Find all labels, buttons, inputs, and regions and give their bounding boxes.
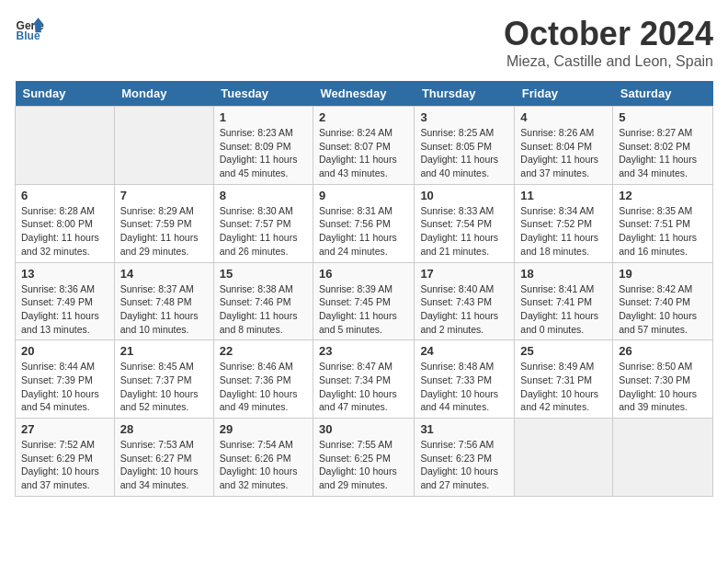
calendar-cell: 14Sunrise: 8:37 AM Sunset: 7:48 PM Dayli…: [114, 262, 213, 340]
day-number: 27: [21, 422, 108, 436]
day-number: 20: [21, 344, 108, 358]
day-info: Sunrise: 8:29 AM Sunset: 7:59 PM Dayligh…: [120, 204, 208, 259]
day-number: 12: [619, 189, 707, 202]
calendar-week-row: 13Sunrise: 8:36 AM Sunset: 7:49 PM Dayli…: [16, 262, 713, 340]
day-number: 17: [420, 267, 508, 281]
day-info: Sunrise: 8:24 AM Sunset: 8:07 PM Dayligh…: [319, 126, 408, 180]
day-info: Sunrise: 8:39 AM Sunset: 7:45 PM Dayligh…: [319, 282, 408, 337]
day-number: 13: [21, 267, 108, 281]
calendar-cell: 21Sunrise: 8:45 AM Sunset: 7:37 PM Dayli…: [114, 340, 213, 419]
calendar-cell: 27Sunrise: 7:52 AM Sunset: 6:29 PM Dayli…: [16, 419, 115, 497]
calendar-cell: 25Sunrise: 8:49 AM Sunset: 7:31 PM Dayli…: [515, 340, 613, 419]
day-info: Sunrise: 8:28 AM Sunset: 8:00 PM Dayligh…: [21, 204, 108, 259]
day-number: 22: [220, 344, 307, 358]
day-number: 19: [619, 267, 707, 281]
day-info: Sunrise: 8:46 AM Sunset: 7:36 PM Dayligh…: [220, 360, 307, 414]
day-info: Sunrise: 8:31 AM Sunset: 7:56 PM Dayligh…: [319, 204, 408, 259]
day-info: Sunrise: 8:23 AM Sunset: 8:09 PM Dayligh…: [220, 126, 307, 180]
day-info: Sunrise: 8:40 AM Sunset: 7:43 PM Dayligh…: [420, 282, 508, 337]
calendar-cell: [16, 107, 115, 185]
day-number: 21: [120, 344, 208, 358]
calendar-cell: 8Sunrise: 8:30 AM Sunset: 7:57 PM Daylig…: [213, 184, 313, 262]
day-number: 9: [319, 189, 408, 202]
calendar-cell: 19Sunrise: 8:42 AM Sunset: 7:40 PM Dayli…: [613, 262, 713, 340]
calendar-cell: 6Sunrise: 8:28 AM Sunset: 8:00 PM Daylig…: [16, 184, 115, 262]
day-number: 16: [319, 267, 408, 281]
day-number: 15: [220, 267, 307, 281]
calendar-cell: 3Sunrise: 8:25 AM Sunset: 8:05 PM Daylig…: [415, 107, 515, 185]
day-number: 23: [319, 344, 408, 358]
calendar-cell: 26Sunrise: 8:50 AM Sunset: 7:30 PM Dayli…: [613, 340, 713, 419]
day-info: Sunrise: 7:54 AM Sunset: 6:26 PM Dayligh…: [220, 438, 307, 492]
day-info: Sunrise: 8:27 AM Sunset: 8:02 PM Dayligh…: [619, 126, 707, 180]
calendar-cell: 7Sunrise: 8:29 AM Sunset: 7:59 PM Daylig…: [114, 184, 213, 262]
day-info: Sunrise: 8:34 AM Sunset: 7:52 PM Dayligh…: [520, 204, 607, 259]
calendar-cell: 29Sunrise: 7:54 AM Sunset: 6:26 PM Dayli…: [213, 419, 313, 497]
logo: General Blue: [15, 15, 44, 44]
calendar-week-row: 20Sunrise: 8:44 AM Sunset: 7:39 PM Dayli…: [16, 340, 713, 419]
day-number: 2: [319, 110, 408, 124]
day-info: Sunrise: 7:53 AM Sunset: 6:27 PM Dayligh…: [120, 438, 208, 492]
weekday-header-cell: Friday: [515, 81, 613, 107]
day-number: 11: [520, 189, 607, 202]
title-area: October 2024 Mieza, Castille and Leon, S…: [504, 15, 713, 70]
calendar-cell: 17Sunrise: 8:40 AM Sunset: 7:43 PM Dayli…: [415, 262, 515, 340]
calendar-cell: 22Sunrise: 8:46 AM Sunset: 7:36 PM Dayli…: [213, 340, 313, 419]
day-info: Sunrise: 8:37 AM Sunset: 7:48 PM Dayligh…: [120, 282, 208, 337]
calendar-cell: 13Sunrise: 8:36 AM Sunset: 7:49 PM Dayli…: [16, 262, 115, 340]
day-number: 24: [420, 344, 508, 358]
calendar-cell: 16Sunrise: 8:39 AM Sunset: 7:45 PM Dayli…: [313, 262, 415, 340]
calendar-week-row: 1Sunrise: 8:23 AM Sunset: 8:09 PM Daylig…: [16, 107, 713, 185]
calendar-cell: 12Sunrise: 8:35 AM Sunset: 7:51 PM Dayli…: [613, 184, 713, 262]
day-number: 29: [220, 422, 307, 436]
calendar-cell: 1Sunrise: 8:23 AM Sunset: 8:09 PM Daylig…: [213, 107, 313, 185]
day-info: Sunrise: 8:26 AM Sunset: 8:04 PM Dayligh…: [520, 126, 607, 180]
day-number: 31: [420, 422, 508, 436]
day-info: Sunrise: 8:30 AM Sunset: 7:57 PM Dayligh…: [220, 204, 307, 259]
calendar-cell: 15Sunrise: 8:38 AM Sunset: 7:46 PM Dayli…: [213, 262, 313, 340]
day-info: Sunrise: 8:38 AM Sunset: 7:46 PM Dayligh…: [220, 282, 307, 337]
day-number: 1: [220, 110, 307, 124]
calendar-cell: 20Sunrise: 8:44 AM Sunset: 7:39 PM Dayli…: [16, 340, 115, 419]
day-info: Sunrise: 8:33 AM Sunset: 7:54 PM Dayligh…: [420, 204, 508, 259]
calendar-cell: 9Sunrise: 8:31 AM Sunset: 7:56 PM Daylig…: [313, 184, 415, 262]
calendar-week-row: 27Sunrise: 7:52 AM Sunset: 6:29 PM Dayli…: [16, 419, 713, 497]
day-info: Sunrise: 7:52 AM Sunset: 6:29 PM Dayligh…: [21, 438, 108, 492]
calendar-cell: [515, 419, 613, 497]
day-number: 6: [21, 189, 108, 202]
weekday-header-cell: Sunday: [16, 81, 115, 107]
day-number: 28: [120, 422, 208, 436]
weekday-header-cell: Monday: [114, 81, 213, 107]
calendar-body: 1Sunrise: 8:23 AM Sunset: 8:09 PM Daylig…: [16, 107, 713, 497]
day-info: Sunrise: 8:50 AM Sunset: 7:30 PM Dayligh…: [619, 360, 707, 414]
header: General Blue October 2024 Mieza, Castill…: [15, 15, 713, 70]
calendar-cell: 2Sunrise: 8:24 AM Sunset: 8:07 PM Daylig…: [313, 107, 415, 185]
day-number: 7: [120, 189, 208, 202]
weekday-header-cell: Tuesday: [213, 81, 313, 107]
calendar-cell: 23Sunrise: 8:47 AM Sunset: 7:34 PM Dayli…: [313, 340, 415, 419]
day-number: 14: [120, 267, 208, 281]
day-info: Sunrise: 8:44 AM Sunset: 7:39 PM Dayligh…: [21, 360, 108, 414]
weekday-header-cell: Saturday: [613, 81, 713, 107]
calendar-cell: 31Sunrise: 7:56 AM Sunset: 6:23 PM Dayli…: [415, 419, 515, 497]
calendar-cell: 5Sunrise: 8:27 AM Sunset: 8:02 PM Daylig…: [613, 107, 713, 185]
day-number: 3: [420, 110, 508, 124]
day-number: 10: [420, 189, 508, 202]
month-title: October 2024: [504, 15, 713, 53]
calendar-cell: 10Sunrise: 8:33 AM Sunset: 7:54 PM Dayli…: [415, 184, 515, 262]
logo-icon: General Blue: [15, 15, 44, 44]
day-number: 18: [520, 267, 607, 281]
day-info: Sunrise: 7:55 AM Sunset: 6:25 PM Dayligh…: [319, 438, 408, 492]
calendar-week-row: 6Sunrise: 8:28 AM Sunset: 8:00 PM Daylig…: [16, 184, 713, 262]
day-info: Sunrise: 8:36 AM Sunset: 7:49 PM Dayligh…: [21, 282, 108, 337]
calendar-cell: 11Sunrise: 8:34 AM Sunset: 7:52 PM Dayli…: [515, 184, 613, 262]
day-number: 30: [319, 422, 408, 436]
weekday-header-row: SundayMondayTuesdayWednesdayThursdayFrid…: [16, 81, 713, 107]
day-info: Sunrise: 8:45 AM Sunset: 7:37 PM Dayligh…: [120, 360, 208, 414]
day-number: 5: [619, 110, 707, 124]
day-info: Sunrise: 8:41 AM Sunset: 7:41 PM Dayligh…: [520, 282, 607, 337]
weekday-header-cell: Thursday: [415, 81, 515, 107]
calendar-table: SundayMondayTuesdayWednesdayThursdayFrid…: [15, 81, 713, 497]
day-info: Sunrise: 8:42 AM Sunset: 7:40 PM Dayligh…: [619, 282, 707, 337]
calendar-cell: [114, 107, 213, 185]
